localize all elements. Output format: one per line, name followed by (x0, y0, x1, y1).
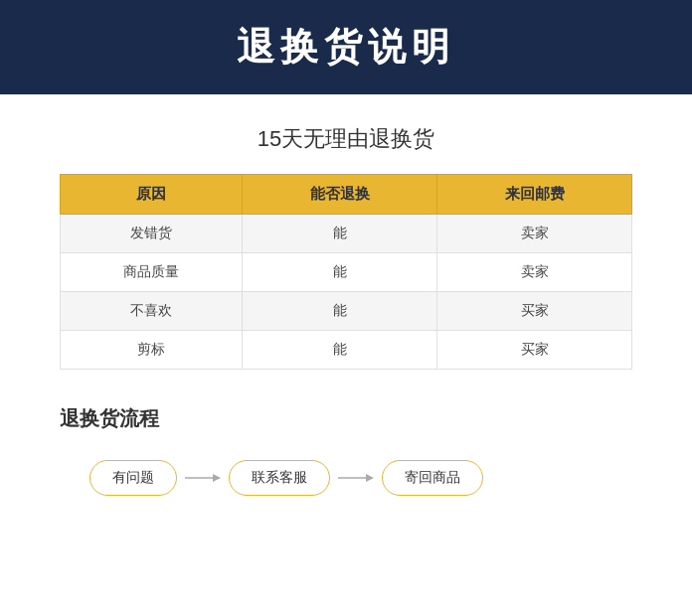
return-policy-table: 原因 能否退换 来回邮费 发错货能卖家商品质量能卖家不喜欢能买家剪标能买家 (60, 174, 632, 370)
cell-3-0: 剪标 (61, 331, 243, 370)
cell-2-2: 买家 (437, 292, 632, 331)
col-header-returnable: 能否退换 (243, 175, 437, 215)
process-step-3: 寄回商品 (382, 460, 483, 496)
table-row: 商品质量能卖家 (61, 253, 632, 292)
cell-1-1: 能 (243, 253, 437, 292)
table-row: 不喜欢能买家 (61, 292, 632, 331)
process-title: 退换货流程 (60, 405, 632, 432)
subtitle: 15天无理由退换货 (60, 124, 632, 154)
col-header-shipping: 来回邮费 (437, 175, 632, 215)
cell-1-2: 卖家 (437, 253, 632, 292)
page-title: 退换货说明 (0, 22, 692, 73)
cell-2-1: 能 (243, 292, 437, 331)
svg-marker-3 (366, 474, 374, 482)
cell-0-1: 能 (243, 215, 437, 253)
cell-1-0: 商品质量 (61, 253, 243, 292)
table-row: 发错货能卖家 (61, 215, 632, 253)
table-header-row: 原因 能否退换 来回邮费 (61, 175, 632, 215)
process-flow: 有问题 联系客服 寄回商品 (60, 460, 632, 496)
table-row: 剪标能买家 (61, 331, 632, 370)
cell-0-2: 卖家 (437, 215, 632, 253)
svg-marker-1 (213, 474, 221, 482)
arrow-1 (185, 470, 221, 486)
cell-2-0: 不喜欢 (61, 292, 243, 331)
process-step-1: 有问题 (89, 460, 177, 496)
header-banner: 退换货说明 (0, 0, 692, 94)
process-section: 退换货流程 有问题 联系客服 寄回商品 (60, 405, 632, 496)
arrow-2 (338, 470, 374, 486)
col-header-reason: 原因 (61, 175, 243, 215)
cell-3-2: 买家 (437, 331, 632, 370)
cell-3-1: 能 (243, 331, 437, 370)
main-content: 15天无理由退换货 原因 能否退换 来回邮费 发错货能卖家商品质量能卖家不喜欢能… (0, 94, 692, 526)
process-step-2: 联系客服 (229, 460, 330, 496)
cell-0-0: 发错货 (61, 215, 243, 253)
